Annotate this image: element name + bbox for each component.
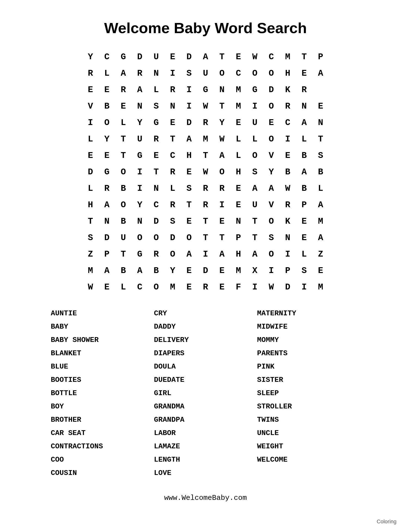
grid-cell: I xyxy=(131,180,148,197)
grid-cell: D xyxy=(181,49,197,65)
grid-cell: A xyxy=(312,229,329,246)
word-item: SISTER xyxy=(257,374,360,386)
grid-cell: U xyxy=(247,114,263,131)
grid-cell: L xyxy=(296,246,312,262)
grid-cell: T xyxy=(164,131,181,147)
grid-cell: Y xyxy=(99,131,115,147)
grid-cell: L xyxy=(115,279,131,295)
grid-cell: C xyxy=(280,114,296,131)
grid-cell xyxy=(312,82,329,98)
grid-cell: H xyxy=(230,246,247,262)
grid-cell: L xyxy=(82,131,99,147)
grid-cell: R xyxy=(131,65,148,82)
grid-cell: O xyxy=(131,229,148,246)
word-item: MATERNITY xyxy=(257,307,360,320)
word-item: GRANDMA xyxy=(154,400,257,413)
grid-cell: V xyxy=(263,197,280,213)
word-list: AUNTIEBABYBABY SHOWERBLANKETBLUEBOOTIESB… xyxy=(51,307,360,479)
word-item: AUNTIE xyxy=(51,307,154,320)
grid-cell: O xyxy=(263,98,280,114)
grid-cell: R xyxy=(280,98,296,114)
grid-cell: E xyxy=(296,229,312,246)
grid-row: WELCOMEREFIWDIM xyxy=(82,279,329,295)
grid-cell: L xyxy=(230,147,247,164)
grid-cell: A xyxy=(115,65,131,82)
grid-row: HAOYCRTRIEUVRPA xyxy=(82,197,329,213)
grid-cell: R xyxy=(148,246,164,262)
grid-cell: N xyxy=(230,213,247,229)
grid-cell: S xyxy=(164,213,181,229)
grid-cell: A xyxy=(296,114,312,131)
grid-cell: E xyxy=(181,262,197,279)
grid-row: RLARNISUOCOOHEA xyxy=(82,65,329,82)
grid-cell: E xyxy=(230,114,247,131)
grid-cell: I xyxy=(280,246,296,262)
grid-cell: E xyxy=(99,147,115,164)
word-item: CAR SEAT xyxy=(51,427,154,439)
grid-cell: B xyxy=(280,164,296,180)
word-column: MATERNITYMIDWIFEMOMMYPARENTSPINKSISTERSL… xyxy=(257,307,360,479)
word-item: TWINS xyxy=(257,414,360,426)
grid-cell: E xyxy=(181,213,197,229)
word-column: CRYDADDYDELIVERYDIAPERSDOULADUEDATEGIRLG… xyxy=(154,307,257,479)
grid-cell: T xyxy=(197,147,214,164)
grid-cell: W xyxy=(214,131,230,147)
grid-cell: W xyxy=(247,49,263,65)
grid-cell: R xyxy=(296,82,312,98)
grid-cell: R xyxy=(82,65,99,82)
grid-cell: L xyxy=(82,180,99,197)
grid-cell: I xyxy=(280,131,296,147)
grid-row: SDUOODOTTPTSNEA xyxy=(82,229,329,246)
grid-cell: R xyxy=(197,279,214,295)
grid-cell: A xyxy=(214,147,230,164)
word-item: WEIGHT xyxy=(257,440,360,453)
word-item: DELIVERY xyxy=(154,334,257,346)
grid-cell: E xyxy=(164,114,181,131)
grid-cell: D xyxy=(148,213,164,229)
grid-cell: Y xyxy=(131,197,148,213)
grid-cell: T xyxy=(115,147,131,164)
grid-cell: A xyxy=(247,246,263,262)
grid-cell: E xyxy=(115,98,131,114)
grid-cell: E xyxy=(214,262,230,279)
grid-row: VBENSNIWTMIORNE xyxy=(82,98,329,114)
grid-cell: H xyxy=(82,197,99,213)
grid-cell: A xyxy=(214,246,230,262)
word-search-grid: YCGDUEDATEWCMTPRLARNISUOCOOHEAEERALRIGNM… xyxy=(82,49,329,295)
grid-cell: D xyxy=(263,82,280,98)
grid-cell: I xyxy=(247,98,263,114)
grid-cell: Y xyxy=(131,114,148,131)
word-item: MOMMY xyxy=(257,334,360,346)
word-item: MIDWIFE xyxy=(257,321,360,333)
word-item: CRY xyxy=(154,307,257,320)
grid-cell: E xyxy=(214,279,230,295)
grid-cell: L xyxy=(296,131,312,147)
grid-row: MABABYEDEMXIPSE xyxy=(82,262,329,279)
grid-cell: K xyxy=(280,213,296,229)
grid-cell: H xyxy=(280,65,296,82)
grid-cell: I xyxy=(164,65,181,82)
word-item: LABOR xyxy=(154,427,257,439)
grid-row: EERALRIGNMGDKR xyxy=(82,82,329,98)
grid-row: YCGDUEDATEWCMTP xyxy=(82,49,329,65)
grid-cell: Y xyxy=(263,164,280,180)
grid-cell: B xyxy=(312,164,329,180)
grid-cell: D xyxy=(99,229,115,246)
word-item: LOVE xyxy=(154,467,257,479)
grid-cell: I xyxy=(181,82,197,98)
grid-cell: A xyxy=(99,262,115,279)
grid-cell: R xyxy=(164,197,181,213)
grid-cell: L xyxy=(164,180,181,197)
grid-cell: M xyxy=(197,131,214,147)
grid-cell: G xyxy=(115,49,131,65)
grid-cell: O xyxy=(263,213,280,229)
word-item: BABY xyxy=(51,321,154,333)
grid-cell: L xyxy=(312,180,329,197)
word-item: DADDY xyxy=(154,321,257,333)
grid-cell: T xyxy=(197,213,214,229)
grid-cell: P xyxy=(296,197,312,213)
grid-cell: U xyxy=(197,65,214,82)
grid-cell: T xyxy=(312,131,329,147)
grid-row: EETGECHTALOVEBS xyxy=(82,147,329,164)
word-item: COO xyxy=(51,454,154,466)
